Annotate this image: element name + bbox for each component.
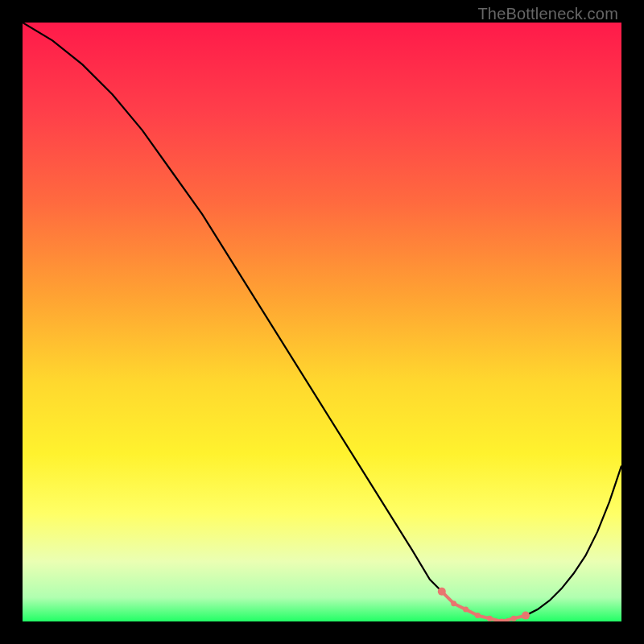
- optimal-range-dot: [475, 613, 481, 618]
- optimal-range-dot: [499, 619, 505, 622]
- optimal-range-dot: [438, 588, 446, 596]
- plot-area: [23, 23, 621, 621]
- optimal-range-dot: [511, 616, 517, 621]
- optimal-range-dot: [522, 612, 530, 620]
- curve-layer: [23, 23, 621, 621]
- optimal-range-markers: [438, 588, 530, 621]
- optimal-range-dot: [487, 616, 493, 621]
- chart-frame: TheBottleneck.com: [0, 0, 644, 644]
- watermark-text: TheBottleneck.com: [477, 5, 618, 23]
- bottleneck-curve: [23, 23, 621, 621]
- optimal-range-dot: [463, 607, 469, 613]
- optimal-range-dot: [451, 601, 456, 606]
